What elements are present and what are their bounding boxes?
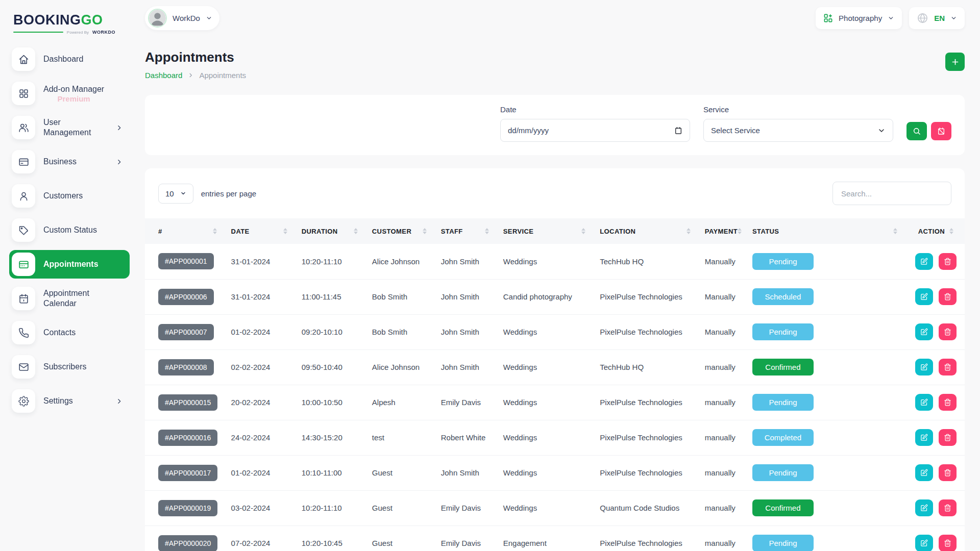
- column-label: SERVICE: [503, 228, 534, 235]
- page-head-left: Appointments Dashboard Appointments: [145, 49, 246, 80]
- mail-icon: [12, 355, 35, 379]
- entries-select[interactable]: 10: [158, 184, 193, 204]
- cell-customer: Bob Smith: [368, 279, 437, 314]
- language-dropdown[interactable]: EN: [909, 7, 965, 29]
- status-badge: Pending: [752, 253, 814, 270]
- column-header-action[interactable]: ACTION: [908, 218, 965, 244]
- sidebar-item-label: Business: [43, 157, 77, 167]
- sort-arrows-icon[interactable]: [738, 228, 742, 234]
- search-input[interactable]: [832, 182, 951, 205]
- sidebar-item-dashboard[interactable]: Dashboard: [9, 45, 130, 73]
- sidebar-item-subscribers[interactable]: Subscribers: [9, 353, 130, 381]
- cell-service: Weddings: [499, 349, 596, 385]
- delete-button[interactable]: [939, 535, 957, 551]
- column-label: LOCATION: [600, 228, 635, 235]
- edit-button[interactable]: [915, 499, 933, 516]
- delete-button[interactable]: [939, 429, 957, 446]
- column-header-service[interactable]: SERVICE: [499, 218, 596, 244]
- cell-location: TechHub HQ: [596, 244, 701, 279]
- column-header-status[interactable]: STATUS: [748, 218, 908, 244]
- add-appointment-button[interactable]: [945, 53, 965, 71]
- edit-button[interactable]: [915, 253, 933, 270]
- clear-filter-button[interactable]: [931, 122, 951, 140]
- edit-button[interactable]: [915, 535, 933, 551]
- cell-date: 03-02-2024: [227, 490, 298, 525]
- date-input[interactable]: dd/mm/yyyy: [500, 119, 690, 142]
- sort-arrows-icon[interactable]: [581, 228, 585, 234]
- sidebar-item-user-management[interactable]: User Management: [9, 113, 130, 142]
- sort-arrows-icon[interactable]: [283, 228, 287, 234]
- column-header-id[interactable]: #: [145, 218, 227, 244]
- sidebar-item-customers[interactable]: Customers: [9, 182, 130, 210]
- status-badge: Pending: [752, 464, 814, 481]
- cell-staff: John Smith: [437, 244, 499, 279]
- delete-button[interactable]: [939, 323, 957, 340]
- sort-arrows-icon[interactable]: [893, 228, 897, 234]
- calendar-picker-icon[interactable]: [674, 127, 682, 135]
- column-label: PAYMENT: [705, 228, 738, 235]
- sidebar-item-label: User Management: [43, 117, 108, 138]
- app-logo[interactable]: BOOKINGGO Powered By WORKDO: [9, 9, 130, 45]
- edit-pencil-icon: [920, 469, 928, 477]
- status-badge: Confirmed: [752, 499, 814, 516]
- delete-button[interactable]: [939, 359, 957, 375]
- workspace-dropdown[interactable]: WorkDo: [145, 6, 219, 30]
- sort-arrows-icon[interactable]: [949, 228, 953, 234]
- sort-arrows-icon[interactable]: [213, 228, 217, 234]
- trash-icon: [944, 434, 951, 441]
- sidebar-item-business[interactable]: Business: [9, 147, 130, 176]
- delete-button[interactable]: [939, 499, 957, 516]
- cell-action: [908, 279, 965, 314]
- sidebar-item-appointments[interactable]: Appointments: [9, 250, 130, 279]
- sidebar-item-contacts[interactable]: Contacts: [9, 318, 130, 347]
- sort-arrows-icon[interactable]: [687, 228, 691, 234]
- apply-filter-button[interactable]: [906, 122, 927, 140]
- appointment-id-badge: #APP0000019: [158, 500, 217, 516]
- edit-button[interactable]: [915, 394, 933, 411]
- sidebar-item-label: Settings: [43, 396, 73, 406]
- delete-button[interactable]: [939, 394, 957, 411]
- appointment-id-badge: #APP000008: [158, 359, 214, 375]
- sidebar-item-add-on-manager[interactable]: Add-on Manager Premium: [9, 79, 130, 108]
- cell-duration: 10:00-10:50: [298, 385, 368, 420]
- appointment-id-badge: #APP000006: [158, 289, 214, 305]
- table-header-row: # DATE DURATION CUSTOMER STAFF SERVICE L…: [145, 218, 965, 244]
- sort-arrows-icon[interactable]: [354, 228, 358, 234]
- cell-date: 24-02-2024: [227, 420, 298, 455]
- edit-button[interactable]: [915, 359, 933, 375]
- delete-button[interactable]: [939, 253, 957, 270]
- column-header-date[interactable]: DATE: [227, 218, 298, 244]
- cell-staff: John Smith: [437, 314, 499, 349]
- cell-duration: 10:20-11:10: [298, 490, 368, 525]
- edit-button[interactable]: [915, 288, 933, 305]
- sidebar-item-appointment-calendar[interactable]: Appointment Calendar: [9, 284, 130, 313]
- column-header-staff[interactable]: STAFF: [437, 218, 499, 244]
- cell-action: [908, 314, 965, 349]
- breadcrumb-dashboard-link[interactable]: Dashboard: [145, 71, 182, 80]
- edit-pencil-icon: [920, 398, 928, 406]
- chevron-right-icon: [188, 72, 193, 78]
- sidebar-item-settings[interactable]: Settings: [9, 387, 130, 415]
- edit-button[interactable]: [915, 323, 933, 340]
- column-label: STAFF: [441, 228, 463, 235]
- table-row: #APP0000019 03-02-2024 10:20-11:10 Guest…: [145, 490, 965, 525]
- cell-staff: John Smith: [437, 279, 499, 314]
- cell-service: Weddings: [499, 420, 596, 455]
- column-header-payment[interactable]: PAYMENT: [701, 218, 748, 244]
- sidebar-item-custom-status[interactable]: Custom Status: [9, 216, 130, 244]
- column-header-duration[interactable]: DURATION: [298, 218, 368, 244]
- edit-button[interactable]: [915, 464, 933, 481]
- edit-button[interactable]: [915, 429, 933, 446]
- column-header-location[interactable]: LOCATION: [596, 218, 701, 244]
- delete-button[interactable]: [939, 464, 957, 481]
- sort-arrows-icon[interactable]: [485, 228, 489, 234]
- sort-arrows-icon[interactable]: [423, 228, 427, 234]
- cell-date: 01-02-2024: [227, 455, 298, 490]
- module-dropdown[interactable]: Photography: [816, 7, 902, 29]
- column-header-customer[interactable]: CUSTOMER: [368, 218, 437, 244]
- trash-icon: [944, 328, 951, 336]
- service-select[interactable]: Select Service: [703, 119, 893, 142]
- cell-action: [908, 525, 965, 551]
- delete-button[interactable]: [939, 288, 957, 305]
- entries-selected-value: 10: [165, 189, 174, 198]
